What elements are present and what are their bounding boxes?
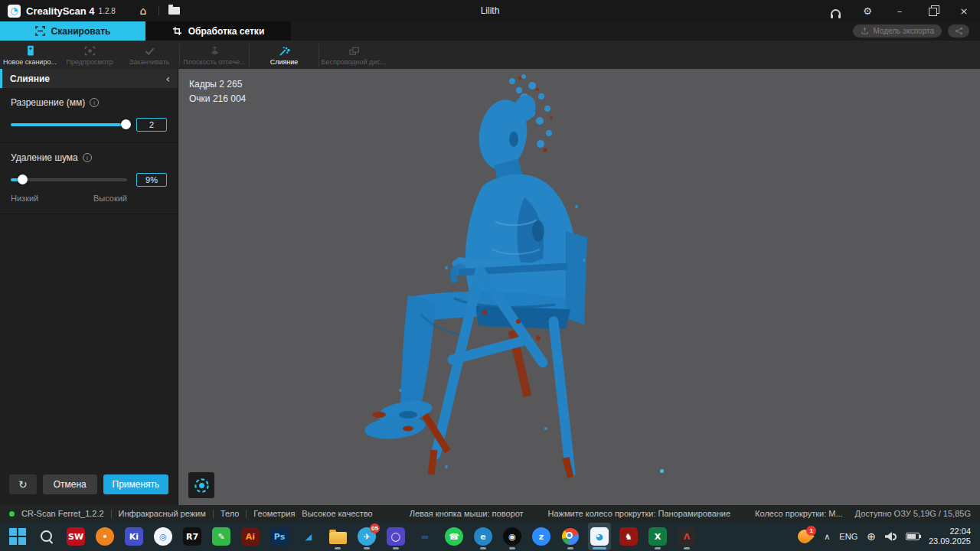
taskbar-search[interactable]	[35, 523, 58, 550]
taskbar-kiri[interactable]: Ki	[122, 523, 145, 550]
cutting-plane-icon	[208, 44, 221, 57]
slider-thumb[interactable]	[121, 119, 131, 129]
taskbar-dim-app[interactable]: ▬	[413, 523, 436, 550]
crealityscan-window: ◔ CrealityScan 4 1.2.8 ⌂ Lilith ⚙ – × Ск…	[0, 0, 980, 551]
taskbar-blue-ring-app[interactable]: ◎	[152, 523, 175, 550]
purple-circle-app-icon: ◯	[387, 527, 405, 546]
close-button[interactable]: ×	[948, 0, 980, 21]
apply-button[interactable]: Применять	[103, 474, 168, 494]
tab-scan-label: Сканировать	[51, 26, 111, 37]
taskbar-illustrator[interactable]: Ai	[239, 523, 262, 550]
support-button[interactable]	[819, 0, 851, 21]
viewport-3d[interactable]: Кадры 2 265 Очки 216 004	[178, 69, 980, 505]
device-name: CR-Scan Ferret_1.2.2	[21, 509, 104, 518]
collapse-panel-icon[interactable]: ‹	[165, 73, 170, 85]
tray-clock[interactable]: 22:04 23.09.2025	[929, 527, 971, 546]
toolbar-cutting-plane[interactable]: Плоскость отсече...	[180, 41, 249, 69]
vscode-icon: ◢	[299, 527, 318, 546]
settings-button[interactable]: ⚙	[851, 0, 884, 21]
cancel-button[interactable]: Отмена	[43, 474, 97, 494]
preview-icon	[83, 44, 96, 57]
maximize-button[interactable]	[916, 0, 948, 21]
mesh-crop-icon	[172, 26, 182, 36]
tab-scan[interactable]: Сканировать	[0, 21, 145, 41]
noise-slider[interactable]	[11, 174, 127, 185]
scan-object-type: Тело	[220, 509, 240, 518]
taskbar-black-circle-app[interactable]: ◉	[501, 523, 524, 550]
taskbar-crealityscan[interactable]: ◕	[588, 523, 611, 550]
taskbar-photoshop[interactable]: Ps	[268, 523, 291, 550]
illustrator-icon: Ai	[241, 527, 260, 546]
panel-header: Слияние ‹	[0, 69, 178, 88]
solidworks-icon: SW	[67, 527, 85, 546]
taskbar-solidworks[interactable]: SW	[64, 523, 87, 550]
status-bar: CR-Scan Ferret_1.2.2 Инфракрасный режим …	[0, 505, 980, 522]
dim-app-icon: ▬	[416, 527, 434, 546]
kiri-icon: Ki	[125, 527, 143, 546]
app-version: 1.2.8	[99, 7, 116, 15]
slider-track	[11, 123, 127, 126]
toolbar-preview[interactable]: Предпросмотр	[60, 41, 119, 69]
panel-footer: ↻ Отмена Применять	[0, 474, 178, 505]
toolbar-finish[interactable]: Заканчивать	[119, 41, 179, 69]
hint-zoom: Колесо прокрутки: М...	[755, 509, 843, 518]
toolbar-wireless-display[interactable]: Беспроводной дис...	[319, 41, 388, 69]
volume-icon[interactable]	[885, 532, 897, 541]
noise-low-label: Низкий	[11, 194, 38, 203]
toolbar-fusion[interactable]: Слияние	[250, 41, 318, 69]
focus-model-button[interactable]	[188, 472, 214, 498]
toolbar-label: Слияние	[270, 58, 299, 66]
points-stat: Очки 216 004	[189, 92, 246, 106]
taskbar-rhino7[interactable]: R7	[181, 523, 204, 550]
scan-mode: Инфракрасный режим	[119, 509, 206, 518]
taskbar-telegram[interactable]: ✈05	[355, 523, 378, 550]
share-button[interactable]	[948, 24, 969, 37]
taskbar-acrobat[interactable]: Λ	[675, 523, 698, 550]
stray-point	[660, 469, 664, 473]
tray-fox-app[interactable]: 1	[795, 525, 815, 548]
active-indicator	[593, 547, 606, 549]
taskbar-vscode[interactable]: ◢	[297, 523, 320, 550]
tray-expand-icon[interactable]: ∧	[824, 532, 830, 542]
resolution-value[interactable]: 2	[136, 118, 167, 132]
noise-value[interactable]: 9%	[136, 173, 167, 187]
running-indicator	[364, 547, 370, 549]
toolbar-new-scan[interactable]: Новое сканиро...	[0, 41, 60, 69]
resolution-slider[interactable]	[11, 119, 127, 130]
battery-icon[interactable]	[906, 533, 920, 540]
scan-statistics: Кадры 2 265 Очки 216 004	[189, 77, 246, 106]
running-indicator	[393, 547, 399, 549]
taskbar-file-explorer[interactable]	[326, 523, 349, 550]
telegram-badge: 05	[370, 523, 380, 533]
taskbar-purple-circle-app[interactable]: ◯	[384, 523, 407, 550]
home-button[interactable]: ⌂	[133, 3, 153, 18]
taskbar-edge[interactable]: e	[472, 523, 495, 550]
frames-stat: Кадры 2 265	[189, 77, 246, 92]
windows-start-icon	[9, 528, 26, 545]
taskbar-excel[interactable]: X	[646, 523, 669, 550]
mouse-hints: Левая кнопка мыши: поворот Нажмите колес…	[379, 509, 843, 518]
hint-pan: Нажмите колесо прокрутки: Панорамировани…	[548, 509, 731, 518]
taskbar-zoom[interactable]: z	[530, 523, 553, 550]
export-model-button[interactable]: Модель экспорта	[853, 24, 942, 37]
chrome-icon	[562, 528, 579, 545]
taskbar-chrome[interactable]	[559, 523, 582, 550]
reset-button[interactable]: ↻	[9, 474, 37, 494]
slider-thumb[interactable]	[18, 174, 28, 184]
info-icon[interactable]: i	[90, 98, 99, 107]
language-indicator[interactable]: ENG	[839, 532, 858, 541]
taskbar-green-app[interactable]: ✎	[210, 523, 233, 550]
minimize-button[interactable]: –	[884, 0, 916, 21]
taskbar-red-horse-app[interactable]: ♞	[617, 523, 640, 550]
headset-icon	[831, 9, 841, 16]
red-horse-app-icon: ♞	[619, 527, 638, 546]
info-icon[interactable]: i	[83, 153, 92, 162]
tray-time: 22:04	[929, 527, 971, 536]
projects-folder-button[interactable]	[165, 3, 185, 18]
tab-mesh-processing[interactable]: Обработка сетки	[145, 21, 291, 41]
taskbar-start[interactable]	[6, 523, 29, 550]
taskbar-whatsapp[interactable]: ☎	[443, 523, 466, 550]
network-icon[interactable]: ⊕	[867, 530, 876, 543]
taskbar-blender[interactable]: •	[93, 523, 116, 550]
scan-geometry: Геометрия	[253, 509, 295, 518]
